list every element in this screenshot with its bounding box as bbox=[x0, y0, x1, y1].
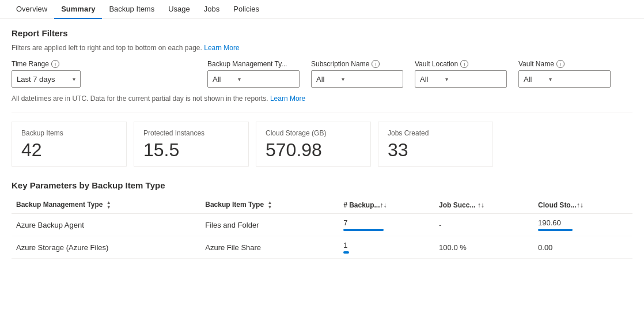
cloud-storage-bar-container-1: 0.00 bbox=[538, 243, 628, 252]
time-range-filter-group: Time Range i Last 7 days ▾ bbox=[12, 60, 81, 88]
num-backups-bar-0 bbox=[343, 229, 384, 231]
cloud-storage-value-0: 190.60 bbox=[538, 218, 628, 227]
filter-learn-more-link[interactable]: Learn More bbox=[204, 44, 239, 52]
datetime-note-text: All datetimes are in UTC. Data for the c… bbox=[12, 95, 268, 103]
vault-location-value: All bbox=[420, 75, 428, 84]
vault-name-info-icon[interactable]: i bbox=[556, 60, 565, 68]
vault-location-info-icon[interactable]: i bbox=[460, 60, 468, 68]
datetime-note: All datetimes are in UTC. Data for the c… bbox=[12, 95, 632, 103]
num-backups-bar-container-1: 1 bbox=[343, 241, 430, 254]
key-params-title: Key Parameters by Backup Item Type bbox=[12, 180, 632, 190]
tab-overview[interactable]: Overview bbox=[9, 0, 54, 19]
subscription-name-filter-group: Subscription Name i All ▾ bbox=[311, 60, 403, 88]
sort-icon-backup-mgmt-type: ▲▼ bbox=[107, 201, 111, 210]
time-range-info-icon[interactable]: i bbox=[51, 60, 59, 68]
cloud-storage-value-1: 0.00 bbox=[538, 243, 628, 252]
cell-cloud-storage-0: 190.60 bbox=[533, 214, 632, 236]
time-range-select[interactable]: Last 7 days ▾ bbox=[12, 70, 81, 88]
metric-cards: Backup Items 42 Protected Instances 15.5… bbox=[12, 122, 632, 167]
filter-note: Filters are applied left to right and to… bbox=[12, 44, 632, 52]
vault-location-filter-group: Vault Location i All ▾ bbox=[415, 60, 507, 88]
vault-name-label: Vault Name i bbox=[518, 60, 611, 68]
backup-mgmt-type-chevron-icon: ▾ bbox=[238, 76, 241, 82]
sort-icon-backup-item-type: ▲▼ bbox=[267, 201, 272, 210]
table-row: Azure Backup Agent Files and Folder 7 - … bbox=[12, 214, 632, 236]
report-filters-title: Report Filters bbox=[12, 28, 632, 38]
cell-job-success-0: - bbox=[434, 214, 533, 236]
vault-name-value: All bbox=[524, 75, 532, 84]
num-backups-bar-1 bbox=[343, 251, 349, 254]
table-header-row: Backup Management Type ▲▼ Backup Item Ty… bbox=[12, 197, 632, 214]
col-header-num-backups[interactable]: # Backup...↑↓ bbox=[339, 197, 434, 214]
vault-location-label: Vault Location i bbox=[415, 60, 507, 68]
subscription-name-select[interactable]: All ▾ bbox=[311, 70, 403, 88]
backup-mgmt-type-label: Backup Management Ty... bbox=[207, 60, 300, 68]
cell-backup-item-type-1: Azure File Share bbox=[200, 236, 339, 259]
num-backups-value-0: 7 bbox=[343, 218, 430, 227]
num-backups-bar-container-0: 7 bbox=[343, 218, 430, 231]
vault-name-filter-group: Vault Name i All ▾ bbox=[518, 60, 611, 88]
col-header-backup-mgmt-type[interactable]: Backup Management Type ▲▼ bbox=[12, 197, 200, 214]
backup-mgmt-type-value: All bbox=[213, 75, 221, 84]
cell-num-backups-0: 7 bbox=[339, 214, 434, 236]
tab-summary[interactable]: Summary bbox=[54, 0, 102, 19]
cell-job-success-1: 100.0 % bbox=[434, 236, 533, 259]
metric-card-backup-items: Backup Items 42 bbox=[12, 122, 127, 167]
cloud-storage-bar-container-0: 190.60 bbox=[538, 218, 628, 231]
cell-cloud-storage-1: 0.00 bbox=[533, 236, 632, 259]
datetime-learn-more-link[interactable]: Learn More bbox=[270, 95, 305, 103]
metric-label-protected-instances: Protected Instances bbox=[143, 129, 239, 137]
col-header-backup-item-type[interactable]: Backup Item Type ▲▼ bbox=[200, 197, 339, 214]
metric-card-cloud-storage: Cloud Storage (GB) 570.98 bbox=[256, 122, 371, 167]
cell-num-backups-1: 1 bbox=[339, 236, 434, 259]
vault-name-select[interactable]: All ▾ bbox=[518, 70, 611, 88]
metric-card-protected-instances: Protected Instances 15.5 bbox=[134, 122, 249, 167]
col-header-cloud-storage[interactable]: Cloud Sto...↑↓ bbox=[533, 197, 632, 214]
col-header-job-success[interactable]: Job Succ... ↑↓ bbox=[434, 197, 533, 214]
num-backups-value-1: 1 bbox=[343, 241, 430, 250]
tab-jobs[interactable]: Jobs bbox=[197, 0, 226, 19]
time-range-chevron-icon: ▾ bbox=[73, 76, 75, 82]
backup-mgmt-type-filter-group: Backup Management Ty... All ▾ bbox=[207, 60, 300, 88]
filter-row: Time Range i Last 7 days ▾ Backup Manage… bbox=[12, 60, 632, 88]
backup-mgmt-type-select[interactable]: All ▾ bbox=[207, 70, 300, 88]
subscription-name-info-icon[interactable]: i bbox=[372, 60, 380, 68]
tab-backup-items[interactable]: Backup Items bbox=[102, 0, 161, 19]
vault-location-chevron-icon: ▾ bbox=[445, 76, 448, 82]
subscription-name-value: All bbox=[316, 75, 324, 84]
time-range-value: Last 7 days bbox=[17, 75, 55, 84]
subscription-name-chevron-icon: ▾ bbox=[342, 76, 344, 82]
section-divider bbox=[12, 112, 632, 112]
metric-value-cloud-storage: 570.98 bbox=[266, 141, 361, 159]
main-content: Report Filters Filters are applied left … bbox=[0, 19, 644, 268]
table-row: Azure Storage (Azure Files) Azure File S… bbox=[12, 236, 632, 259]
metric-value-jobs-created: 33 bbox=[388, 141, 483, 159]
vault-location-select[interactable]: All ▾ bbox=[415, 70, 507, 88]
cell-backup-item-type-0: Files and Folder bbox=[200, 214, 339, 236]
metric-label-backup-items: Backup Items bbox=[21, 129, 117, 137]
cell-backup-mgmt-type-0: Azure Backup Agent bbox=[12, 214, 200, 236]
cloud-storage-bar-0 bbox=[538, 229, 573, 231]
metric-label-cloud-storage: Cloud Storage (GB) bbox=[266, 129, 361, 137]
tab-usage[interactable]: Usage bbox=[161, 0, 197, 19]
vault-name-chevron-icon: ▾ bbox=[549, 76, 552, 82]
key-params-table: Backup Management Type ▲▼ Backup Item Ty… bbox=[12, 197, 632, 259]
subscription-name-label: Subscription Name i bbox=[311, 60, 403, 68]
metric-value-protected-instances: 15.5 bbox=[143, 141, 239, 159]
metric-label-jobs-created: Jobs Created bbox=[388, 129, 483, 137]
metric-card-jobs-created: Jobs Created 33 bbox=[378, 122, 493, 167]
cell-backup-mgmt-type-1: Azure Storage (Azure Files) bbox=[12, 236, 200, 259]
time-range-label: Time Range i bbox=[12, 60, 81, 68]
tab-bar: Overview Summary Backup Items Usage Jobs… bbox=[0, 0, 644, 19]
filter-note-text: Filters are applied left to right and to… bbox=[12, 44, 202, 52]
metric-value-backup-items: 42 bbox=[21, 141, 117, 159]
tab-policies[interactable]: Policies bbox=[226, 0, 266, 19]
